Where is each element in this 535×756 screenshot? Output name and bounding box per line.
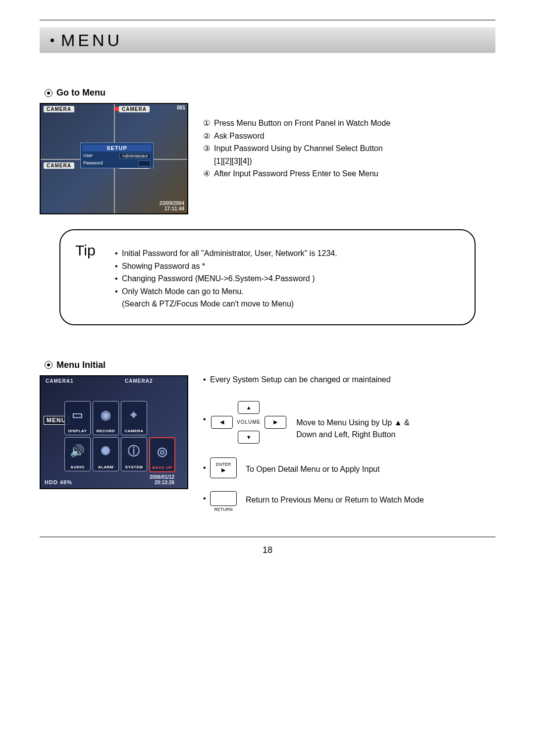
section-menu-initial-head: Menu Initial bbox=[45, 360, 495, 370]
menu-record-icon: ◉RECORD bbox=[93, 401, 119, 435]
password-value bbox=[138, 160, 151, 166]
hdd-status: HDD 48% bbox=[45, 479, 72, 485]
step-text: Press Menu Button on Front Panel in Watc… bbox=[214, 117, 390, 130]
page-number: 18 bbox=[40, 545, 495, 555]
camera-label: CAMERA1 bbox=[46, 378, 73, 384]
tip-line: Only Watch Mode can go to Menu. bbox=[122, 285, 244, 298]
bullet-icon bbox=[45, 89, 53, 97]
section-title: Go to Menu bbox=[56, 88, 106, 98]
down-button-icon: ▼ bbox=[238, 431, 260, 444]
record-indicator-icon bbox=[115, 107, 119, 111]
camera-label: CAMERA bbox=[119, 106, 150, 112]
menu-backup-icon: ◎BACK UP bbox=[149, 437, 175, 472]
bottom-rule bbox=[40, 537, 495, 537]
step-text: [1][2][3][4]) bbox=[214, 155, 495, 168]
timestamp: 2006/01/12 20:13:26 bbox=[150, 474, 174, 485]
page-title: MENU bbox=[61, 31, 122, 50]
menu-display-icon: ▭DISPLAY bbox=[64, 401, 91, 435]
enter-button-icon: ENTER ▶ bbox=[210, 457, 237, 478]
volume-label: VOLUME bbox=[237, 419, 261, 425]
dpad-diagram: ▲ ◀ VOLUME ▶ ▼ bbox=[210, 400, 287, 445]
intro-text: Every System Setup can be changed or mai… bbox=[210, 375, 391, 384]
user-value: Administrator bbox=[119, 153, 151, 159]
left-button-icon: ◀ bbox=[211, 416, 233, 429]
step-text: After Input Password Press Enter to See … bbox=[214, 167, 378, 180]
menu-camera-icon: ⌖CAMERA bbox=[121, 401, 147, 435]
timestamp: 23/09/2004 17:11:44 bbox=[160, 201, 184, 211]
tip-label: Tip bbox=[75, 242, 115, 310]
return-desc: Return to Previous Menu or Return to Wat… bbox=[246, 494, 424, 506]
instructions: ①Press Menu Button on Front Panel in Wat… bbox=[203, 103, 495, 214]
enter-desc: To Open Detail Menu or to Apply Input bbox=[246, 463, 379, 475]
dpad-desc: Move to Menu Using by Up ▲ & Down and Le… bbox=[296, 417, 425, 441]
nav-instructions: •Every System Setup can be changed or ma… bbox=[203, 375, 495, 512]
password-label: Password bbox=[83, 160, 103, 166]
tip-line: Changing Password (MENU->6.System->4.Pas… bbox=[122, 272, 315, 285]
title-bar: MENU bbox=[40, 27, 495, 53]
tip-line: Showing Password as * bbox=[122, 260, 205, 273]
tip-line: Initial Password for all "Administrator,… bbox=[122, 247, 337, 260]
screenshot-menu: CAMERA1 CAMERA2 MENU ▭DISPLAY ◉RECORD ⌖C… bbox=[40, 375, 188, 489]
step-text: Ask Password bbox=[214, 130, 264, 143]
bullet-icon bbox=[45, 361, 53, 369]
title-bullet-icon bbox=[51, 39, 54, 42]
setup-dialog-title: SETUP bbox=[82, 145, 152, 151]
user-label: User bbox=[83, 153, 93, 159]
section-go-to-menu-head: Go to Menu bbox=[45, 88, 495, 98]
tip-box: Tip •Initial Password for all "Administr… bbox=[59, 229, 476, 325]
section-title: Menu Initial bbox=[56, 360, 106, 370]
tip-line: (Search & PTZ/Focus Mode can't move to M… bbox=[122, 298, 337, 310]
tip-content: •Initial Password for all "Administrator… bbox=[115, 247, 337, 310]
top-rule bbox=[40, 20, 495, 20]
setup-dialog: SETUP User Administrator Password bbox=[80, 143, 154, 168]
menu-audio-icon: 🔊AUDIO bbox=[64, 437, 91, 471]
up-button-icon: ▲ bbox=[238, 401, 260, 414]
counter: 001 bbox=[177, 105, 185, 110]
menu-system-icon: ⓘSYSTEM bbox=[121, 437, 147, 471]
screenshot-setup: CAMERA CAMERA CAMERA CAMERA 001 SETUP Us… bbox=[40, 103, 188, 214]
right-button-icon: ▶ bbox=[265, 416, 286, 429]
menu-alarm-icon: ✺ALARM bbox=[93, 437, 119, 471]
step-text: Input Password Using by Channel Select B… bbox=[214, 142, 383, 155]
camera-label: CAMERA bbox=[44, 162, 74, 169]
camera-label: CAMERA2 bbox=[125, 378, 153, 384]
return-button-icon: RETURN bbox=[210, 491, 237, 512]
camera-label: CAMERA bbox=[44, 106, 74, 112]
